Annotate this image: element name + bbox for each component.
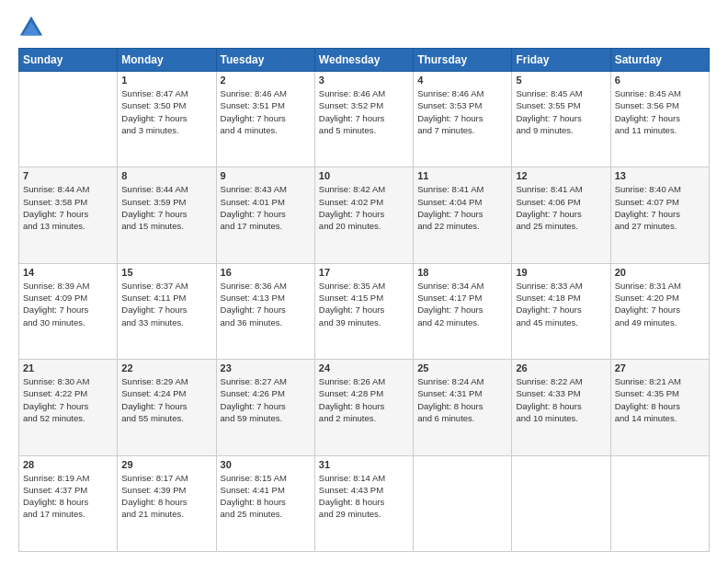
day-number: 27	[615, 362, 705, 373]
calendar-cell	[610, 455, 709, 551]
day-info: Sunrise: 8:45 AM Sunset: 3:55 PM Dayligh…	[516, 87, 606, 136]
calendar-cell: 31Sunrise: 8:14 AM Sunset: 4:43 PM Dayli…	[314, 455, 413, 551]
calendar-week-row: 14Sunrise: 8:39 AM Sunset: 4:09 PM Dayli…	[19, 263, 710, 359]
calendar-header-row: SundayMondayTuesdayWednesdayThursdayFrid…	[19, 49, 710, 72]
day-number: 16	[221, 267, 311, 278]
calendar-cell: 23Sunrise: 8:27 AM Sunset: 4:26 PM Dayli…	[216, 360, 314, 455]
day-info: Sunrise: 8:14 AM Sunset: 4:43 PM Dayligh…	[319, 472, 409, 521]
day-number: 15	[121, 267, 211, 278]
day-info: Sunrise: 8:46 AM Sunset: 3:52 PM Dayligh…	[319, 87, 409, 136]
day-number: 11	[417, 170, 507, 181]
day-info: Sunrise: 8:43 AM Sunset: 4:01 PM Dayligh…	[221, 183, 311, 232]
calendar-cell: 15Sunrise: 8:37 AM Sunset: 4:11 PM Dayli…	[118, 263, 216, 359]
day-info: Sunrise: 8:41 AM Sunset: 4:06 PM Dayligh…	[516, 183, 606, 232]
day-number: 20	[615, 267, 705, 278]
day-info: Sunrise: 8:21 AM Sunset: 4:35 PM Dayligh…	[615, 375, 705, 424]
calendar-cell: 24Sunrise: 8:26 AM Sunset: 4:28 PM Dayli…	[314, 360, 413, 455]
day-info: Sunrise: 8:37 AM Sunset: 4:11 PM Dayligh…	[121, 280, 211, 328]
calendar-cell: 11Sunrise: 8:41 AM Sunset: 4:04 PM Dayli…	[414, 167, 512, 263]
day-info: Sunrise: 8:33 AM Sunset: 4:18 PM Dayligh…	[516, 280, 606, 328]
day-info: Sunrise: 8:35 AM Sunset: 4:15 PM Dayligh…	[319, 280, 409, 328]
calendar-cell: 29Sunrise: 8:17 AM Sunset: 4:39 PM Dayli…	[118, 455, 216, 551]
day-number: 1	[121, 75, 211, 86]
calendar-week-row: 28Sunrise: 8:19 AM Sunset: 4:37 PM Dayli…	[19, 455, 710, 551]
day-info: Sunrise: 8:36 AM Sunset: 4:13 PM Dayligh…	[221, 280, 311, 328]
day-header-sunday: Sunday	[19, 49, 118, 72]
day-info: Sunrise: 8:46 AM Sunset: 3:51 PM Dayligh…	[221, 87, 311, 136]
calendar-table: SundayMondayTuesdayWednesdayThursdayFrid…	[18, 48, 710, 552]
day-info: Sunrise: 8:44 AM Sunset: 3:59 PM Dayligh…	[121, 183, 211, 232]
calendar-cell: 27Sunrise: 8:21 AM Sunset: 4:35 PM Dayli…	[610, 360, 709, 455]
day-number: 8	[121, 170, 211, 181]
calendar-cell: 25Sunrise: 8:24 AM Sunset: 4:31 PM Dayli…	[414, 360, 512, 455]
calendar-week-row: 1Sunrise: 8:47 AM Sunset: 3:50 PM Daylig…	[19, 72, 710, 167]
calendar-cell: 19Sunrise: 8:33 AM Sunset: 4:18 PM Dayli…	[512, 263, 610, 359]
day-info: Sunrise: 8:42 AM Sunset: 4:02 PM Dayligh…	[319, 183, 409, 232]
calendar-cell: 28Sunrise: 8:19 AM Sunset: 4:37 PM Dayli…	[19, 455, 118, 551]
day-info: Sunrise: 8:31 AM Sunset: 4:20 PM Dayligh…	[615, 280, 705, 328]
header	[18, 15, 710, 40]
day-header-thursday: Thursday	[414, 49, 512, 72]
day-info: Sunrise: 8:39 AM Sunset: 4:09 PM Dayligh…	[23, 280, 113, 328]
day-number: 14	[23, 267, 113, 278]
day-number: 19	[516, 267, 606, 278]
day-info: Sunrise: 8:22 AM Sunset: 4:33 PM Dayligh…	[516, 375, 606, 424]
day-info: Sunrise: 8:27 AM Sunset: 4:26 PM Dayligh…	[221, 375, 311, 424]
calendar-cell: 21Sunrise: 8:30 AM Sunset: 4:22 PM Dayli…	[19, 360, 118, 455]
day-info: Sunrise: 8:17 AM Sunset: 4:39 PM Dayligh…	[121, 472, 211, 521]
calendar-cell: 20Sunrise: 8:31 AM Sunset: 4:20 PM Dayli…	[610, 263, 709, 359]
day-number: 26	[516, 362, 606, 373]
day-number: 3	[319, 75, 409, 86]
day-number: 6	[615, 75, 705, 86]
calendar-cell	[512, 455, 610, 551]
calendar-cell: 13Sunrise: 8:40 AM Sunset: 4:07 PM Dayli…	[610, 167, 709, 263]
calendar-cell: 16Sunrise: 8:36 AM Sunset: 4:13 PM Dayli…	[216, 263, 314, 359]
calendar-cell: 9Sunrise: 8:43 AM Sunset: 4:01 PM Daylig…	[216, 167, 314, 263]
calendar-cell	[19, 72, 118, 167]
day-header-monday: Monday	[118, 49, 216, 72]
day-number: 24	[319, 362, 409, 373]
day-number: 4	[417, 75, 507, 86]
day-number: 29	[121, 459, 211, 470]
calendar-cell: 2Sunrise: 8:46 AM Sunset: 3:51 PM Daylig…	[216, 72, 314, 167]
day-number: 21	[23, 362, 113, 373]
page: SundayMondayTuesdayWednesdayThursdayFrid…	[0, 0, 728, 563]
day-info: Sunrise: 8:46 AM Sunset: 3:53 PM Dayligh…	[417, 87, 507, 136]
calendar-cell: 4Sunrise: 8:46 AM Sunset: 3:53 PM Daylig…	[414, 72, 512, 167]
calendar-cell: 7Sunrise: 8:44 AM Sunset: 3:58 PM Daylig…	[19, 167, 118, 263]
calendar-cell: 14Sunrise: 8:39 AM Sunset: 4:09 PM Dayli…	[19, 263, 118, 359]
calendar-cell	[414, 455, 512, 551]
day-header-tuesday: Tuesday	[216, 49, 314, 72]
day-number: 5	[516, 75, 606, 86]
day-info: Sunrise: 8:34 AM Sunset: 4:17 PM Dayligh…	[417, 280, 507, 328]
day-number: 2	[221, 75, 311, 86]
day-info: Sunrise: 8:15 AM Sunset: 4:41 PM Dayligh…	[221, 472, 311, 521]
calendar-cell: 22Sunrise: 8:29 AM Sunset: 4:24 PM Dayli…	[118, 360, 216, 455]
day-info: Sunrise: 8:41 AM Sunset: 4:04 PM Dayligh…	[417, 183, 507, 232]
calendar-cell: 26Sunrise: 8:22 AM Sunset: 4:33 PM Dayli…	[512, 360, 610, 455]
calendar-cell: 8Sunrise: 8:44 AM Sunset: 3:59 PM Daylig…	[118, 167, 216, 263]
day-info: Sunrise: 8:47 AM Sunset: 3:50 PM Dayligh…	[121, 87, 211, 136]
day-number: 22	[121, 362, 211, 373]
day-number: 23	[221, 362, 311, 373]
logo	[18, 15, 48, 40]
day-header-friday: Friday	[512, 49, 610, 72]
day-number: 13	[615, 170, 705, 181]
calendar-cell: 18Sunrise: 8:34 AM Sunset: 4:17 PM Dayli…	[414, 263, 512, 359]
day-info: Sunrise: 8:40 AM Sunset: 4:07 PM Dayligh…	[615, 183, 705, 232]
day-number: 17	[319, 267, 409, 278]
day-number: 30	[221, 459, 311, 470]
calendar-cell: 5Sunrise: 8:45 AM Sunset: 3:55 PM Daylig…	[512, 72, 610, 167]
calendar-cell: 3Sunrise: 8:46 AM Sunset: 3:52 PM Daylig…	[314, 72, 413, 167]
calendar-week-row: 21Sunrise: 8:30 AM Sunset: 4:22 PM Dayli…	[19, 360, 710, 455]
day-header-saturday: Saturday	[610, 49, 709, 72]
day-info: Sunrise: 8:29 AM Sunset: 4:24 PM Dayligh…	[121, 375, 211, 424]
calendar-cell: 12Sunrise: 8:41 AM Sunset: 4:06 PM Dayli…	[512, 167, 610, 263]
day-number: 10	[319, 170, 409, 181]
day-number: 9	[221, 170, 311, 181]
day-number: 25	[417, 362, 507, 373]
calendar-cell: 6Sunrise: 8:45 AM Sunset: 3:56 PM Daylig…	[610, 72, 709, 167]
day-number: 18	[417, 267, 507, 278]
calendar-cell: 10Sunrise: 8:42 AM Sunset: 4:02 PM Dayli…	[314, 167, 413, 263]
calendar-cell: 1Sunrise: 8:47 AM Sunset: 3:50 PM Daylig…	[118, 72, 216, 167]
